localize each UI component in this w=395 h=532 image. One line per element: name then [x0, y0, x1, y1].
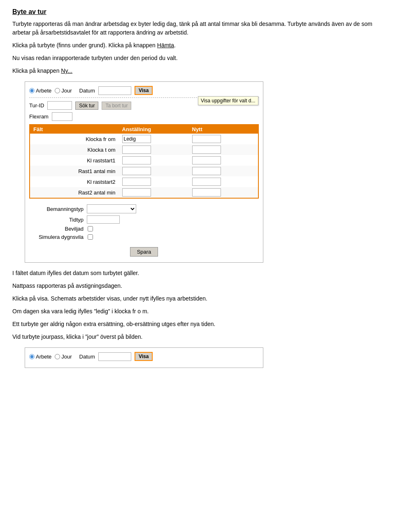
nytt-cell[interactable] — [189, 134, 258, 144]
form-panel-2: Arbete Jour Datum 2009-05-22 Visa — [25, 347, 263, 368]
tidtyp-input[interactable]: ORD — [87, 215, 120, 224]
orange-table-container: Fält Anställning Nytt Klocka fr omKlocka… — [29, 124, 259, 199]
tooltip-text: Visa uppgifter för valt d... — [201, 98, 256, 104]
anstallning-cell[interactable] — [119, 134, 189, 144]
anstallning-cell[interactable] — [119, 187, 189, 198]
visa-button-2[interactable]: Visa — [135, 352, 153, 361]
table-row: Kl raststart2 — [30, 176, 258, 187]
spara-button[interactable]: Spara — [130, 247, 158, 257]
flexram-label: Flexram — [29, 113, 49, 120]
nytt-cell[interactable] — [189, 155, 258, 166]
top-bar-2: Arbete Jour Datum 2009-05-22 Visa — [29, 352, 259, 361]
nytt-cell[interactable] — [189, 144, 258, 155]
radio-arbete[interactable] — [29, 88, 35, 93]
table-row: Rast2 antal min — [30, 187, 258, 198]
anstallning-input[interactable] — [122, 146, 151, 154]
beviljad-label: Beviljad — [29, 226, 87, 232]
para2-suffix: . — [174, 42, 176, 49]
tooltip-box: Visa uppgifter för valt d... — [198, 96, 258, 105]
datum-label-2: Datum — [79, 354, 95, 360]
nytt-input[interactable] — [192, 167, 221, 175]
hamta-link: Hämta — [157, 42, 174, 49]
nytt-input[interactable] — [192, 146, 221, 154]
arbete-label: Arbete — [36, 88, 51, 94]
falt-cell: Kl raststart1 — [30, 155, 119, 166]
nytt-cell[interactable] — [189, 176, 258, 187]
anstallning-input[interactable] — [122, 135, 151, 143]
datum-label: Datum — [79, 88, 95, 94]
radio-jour-label[interactable]: Jour — [55, 88, 72, 94]
instruction-para4: Klicka på knappen Ny... — [12, 67, 383, 75]
datum-input[interactable]: 2009-05-22 — [98, 86, 131, 95]
anstallning-input[interactable] — [122, 167, 151, 175]
anstallning-cell[interactable] — [119, 176, 189, 187]
bottom-para4: Om dagen ska vara ledig ifylles ”ledig” … — [12, 307, 383, 316]
col-nytt: Nytt — [189, 125, 258, 134]
datum-input-2[interactable]: 2009-05-22 — [98, 352, 131, 361]
bottom-para5: Ett turbyte ger aldrig någon extra ersät… — [12, 320, 383, 328]
tidtyp-label: Tidtyp — [29, 217, 87, 223]
bottom-para3: Klicka på visa. Schemats arbetstider vis… — [12, 294, 383, 303]
bemanningstyp-label: Bemanningstyp — [29, 206, 87, 212]
radio-jour-2[interactable] — [55, 354, 60, 359]
table-row: Rast1 antal min — [30, 166, 258, 176]
nytt-input[interactable] — [192, 156, 221, 164]
simulera-label: Simulera dygnsvila — [29, 234, 87, 240]
falt-cell: Klocka fr om — [30, 134, 119, 144]
intro-paragraph: Turbyte rapporteras då man ändrar arbets… — [12, 20, 383, 37]
bottom-para2: Nattpass rapporteras på avstigningsdagen… — [12, 282, 383, 290]
radio-arbete-2[interactable] — [29, 354, 35, 359]
nytt-cell[interactable] — [189, 166, 258, 176]
nytt-input[interactable] — [192, 188, 221, 197]
fields-table: Fält Anställning Nytt Klocka fr omKlocka… — [30, 125, 258, 198]
anstallning-input[interactable] — [122, 188, 151, 197]
beviljad-checkbox[interactable] — [88, 226, 93, 231]
radio-jour[interactable] — [55, 88, 60, 93]
anstallning-cell[interactable] — [119, 155, 189, 166]
arbete-label-2: Arbete — [36, 354, 51, 360]
anstallning-input[interactable] — [122, 178, 151, 186]
nytt-cell[interactable] — [189, 187, 258, 198]
beviljad-row: Beviljad — [29, 226, 259, 232]
falt-cell: Kl raststart2 — [30, 176, 119, 187]
bottom-para1: I fältet datum ifylles det datum som tur… — [12, 269, 383, 278]
tidtyp-row: Tidtyp ORD — [29, 215, 259, 224]
para4-prefix: Klicka på knappen — [12, 67, 61, 74]
radio-arbete-label[interactable]: Arbete — [29, 88, 51, 94]
tur-id-label: Tur-ID — [29, 102, 44, 109]
bottom-para7: Vid turbyte jourpass, klicka i ”jour” öv… — [12, 333, 383, 341]
form-panel-1: Arbete Jour Datum 2009-05-22 Visa Visa u… — [25, 81, 263, 263]
anstallning-cell[interactable] — [119, 144, 189, 155]
ta-bort-button[interactable]: Ta bort tur — [102, 102, 131, 110]
table-row: Klocka t om — [30, 144, 258, 155]
falt-cell: Klocka t om — [30, 144, 119, 155]
ny-link: Ny... — [61, 67, 72, 74]
nytt-input[interactable] — [192, 178, 221, 186]
flexram-row: Flexram — [29, 112, 259, 121]
radio-arbete-label-2[interactable]: Arbete — [29, 354, 51, 360]
simulera-checkbox[interactable] — [88, 234, 93, 240]
simulera-row: Simulera dygnsvila — [29, 234, 259, 240]
bottom-fields: Bemanningstyp Tidtyp ORD Beviljad Simule… — [29, 203, 259, 244]
table-row: Kl raststart1 — [30, 155, 258, 166]
bemanningstyp-select[interactable] — [87, 204, 136, 213]
flexram-input[interactable] — [52, 112, 72, 121]
sok-tur-button[interactable]: Sök tur — [75, 102, 98, 110]
falt-cell: Rast2 antal min — [30, 187, 119, 198]
nytt-input[interactable] — [192, 135, 221, 143]
instruction-para2: Klicka på turbyte (finns under grund). K… — [12, 41, 383, 50]
col-falt: Fält — [30, 125, 119, 134]
visa-button[interactable]: Visa — [135, 86, 153, 95]
tur-id-input[interactable] — [47, 101, 72, 110]
jour-label: Jour — [61, 88, 72, 94]
anstallning-input[interactable] — [122, 156, 151, 164]
instruction-para3: Nu visas redan inrapporterade turbyten u… — [12, 54, 383, 62]
para2-prefix: Klicka på turbyte (finns under grund). K… — [12, 42, 157, 49]
table-row: Klocka fr om — [30, 134, 258, 144]
falt-cell: Rast1 antal min — [30, 166, 119, 176]
top-bar: Arbete Jour Datum 2009-05-22 Visa — [29, 86, 259, 95]
radio-jour-label-2[interactable]: Jour — [55, 354, 72, 360]
page-heading: Byte av tur — [12, 8, 383, 16]
jour-label-2: Jour — [61, 354, 72, 360]
anstallning-cell[interactable] — [119, 166, 189, 176]
